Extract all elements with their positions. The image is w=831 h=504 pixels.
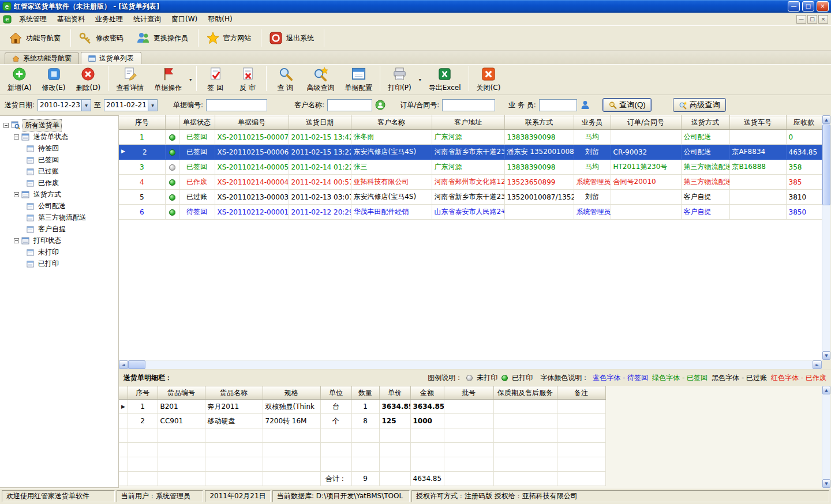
detail-row[interactable]: 2 CC901 移动硬盘 7200转 16M 个 8 125 1000: [119, 414, 605, 428]
menu-item[interactable]: 统计查询: [128, 13, 166, 26]
date-from-combo[interactable]: 2010-12-23 ▼: [38, 99, 91, 111]
menu-item[interactable]: 系统管理: [14, 13, 52, 26]
col-header-unit[interactable]: 单位: [320, 386, 351, 400]
document-actions-button[interactable]: 单据操作: [149, 65, 187, 95]
delivery-row[interactable]: ▶2 已签回 XS-20110215-00006 2011-02-15 13:2…: [119, 145, 822, 160]
combo-arrow-icon[interactable]: ▼: [148, 100, 157, 111]
scroll-left-icon[interactable]: ◄: [119, 360, 128, 369]
col-header-contact[interactable]: 联系方式: [504, 116, 574, 130]
col-header-date[interactable]: 送货日期: [289, 116, 351, 130]
delivery-row[interactable]: 5 已过账 XS-20110213-00003 2011-02-13 03:07…: [119, 190, 822, 205]
date-to-combo[interactable]: 2011-02-21 ▼: [104, 99, 158, 111]
query-button[interactable]: 查 询: [269, 66, 301, 93]
mdi-restore-button[interactable]: □: [807, 15, 817, 24]
detail-row[interactable]: [119, 443, 605, 457]
scrollbar-thumb[interactable]: [822, 125, 830, 205]
exit-system-button[interactable]: 退出系统: [264, 27, 321, 49]
col-header-warranty[interactable]: 保质期及售后服务: [493, 386, 557, 400]
detail-row[interactable]: 合计： 9 4634.85: [119, 472, 605, 486]
col-header-amount[interactable]: 应收款: [786, 116, 822, 130]
mdi-minimize-button[interactable]: —: [796, 15, 806, 24]
print-button[interactable]: 打印(P): [383, 65, 417, 95]
col-header-customer[interactable]: 客户名称: [351, 116, 432, 130]
menu-item[interactable]: 窗口(W): [166, 13, 203, 26]
reverse-audit-button[interactable]: 反 审: [231, 66, 264, 93]
tree-collapse-icon[interactable]: [14, 134, 19, 140]
combo-arrow-icon[interactable]: ▼: [81, 100, 91, 111]
restore-button[interactable]: □: [802, 1, 814, 12]
delivery-row[interactable]: 1 已签回 XS-20110215-00007 2011-02-15 13:42…: [119, 130, 822, 145]
customer-input[interactable]: [327, 99, 372, 111]
col-header-address[interactable]: 客户地址: [432, 116, 504, 130]
tree-collapse-icon[interactable]: [14, 192, 19, 197]
col-header-seq[interactable]: 序号: [128, 386, 158, 400]
official-website-button[interactable]: 官方网站: [201, 27, 259, 49]
document-config-button[interactable]: 单据配置: [339, 66, 377, 93]
view-details-button[interactable]: 查看详情: [111, 66, 149, 93]
salesman-input[interactable]: [539, 99, 577, 111]
col-header-note[interactable]: 备注: [557, 386, 605, 400]
col-header-batch[interactable]: 批号: [444, 386, 493, 400]
col-header-order-no[interactable]: 订单/合同号: [611, 116, 681, 130]
tree-leaf-item[interactable]: 公司配送: [0, 200, 118, 212]
detail-row[interactable]: [119, 428, 605, 443]
col-header-salesman[interactable]: 业务员: [574, 116, 611, 130]
scroll-up-icon[interactable]: ▲: [822, 386, 830, 394]
tab-delivery-list[interactable]: 送货单列表: [81, 52, 141, 64]
detail-row[interactable]: ▶ 1 B201 奔月2011 双核独显(Think 台 1 3634.85 3…: [119, 400, 605, 414]
customer-lookup-icon[interactable]: [375, 100, 385, 110]
switch-operator-button[interactable]: 更换操作员: [131, 27, 196, 49]
tree-collapse-icon[interactable]: [3, 123, 9, 128]
col-header-qty[interactable]: 数量: [351, 386, 379, 400]
col-header-method[interactable]: 送货方式: [681, 116, 729, 130]
tab-system-navigator[interactable]: 系统功能导航窗: [5, 52, 79, 64]
tree-group-delivery-status[interactable]: 送货单状态: [0, 131, 118, 142]
tree-leaf-item[interactable]: 未打印: [0, 246, 118, 258]
bill-no-input[interactable]: [206, 99, 267, 111]
close-view-button[interactable]: 关闭(C): [471, 66, 506, 93]
scroll-right-icon[interactable]: ►: [813, 360, 822, 369]
col-header-price[interactable]: 单价: [379, 386, 410, 400]
detail-row[interactable]: [119, 457, 605, 472]
tree-collapse-icon[interactable]: [14, 238, 19, 243]
scroll-down-icon[interactable]: ▼: [822, 479, 830, 488]
tree-leaf-item[interactable]: 待签回: [0, 142, 118, 154]
mdi-close-button[interactable]: ×: [818, 15, 828, 24]
delivery-horizontal-scrollbar[interactable]: ◄ ►: [119, 360, 831, 370]
minimize-button[interactable]: —: [788, 1, 800, 12]
delete-button[interactable]: 删除(D): [71, 66, 106, 93]
scroll-up-icon[interactable]: ▲: [822, 115, 830, 124]
add-button[interactable]: 新增(A): [2, 66, 37, 93]
tree-leaf-item[interactable]: 客户自提: [0, 223, 118, 235]
menu-item[interactable]: 基础资料: [52, 13, 90, 26]
delivery-row[interactable]: 6 待签回 XS-20110212-00001 2011-02-12 20:29…: [119, 205, 822, 220]
dropdown-arrow-icon[interactable]: ▾: [187, 77, 194, 82]
tree-leaf-item[interactable]: 已打印: [0, 258, 118, 269]
tree-leaf-item[interactable]: 已过账: [0, 166, 118, 177]
change-password-button[interactable]: 修改密码: [73, 27, 131, 49]
menu-item[interactable]: 业务处理: [90, 13, 128, 26]
tree-leaf-item[interactable]: 第三方物流配送: [0, 212, 118, 223]
sign-back-button[interactable]: 签 回: [199, 66, 231, 93]
col-header-print-dot[interactable]: [165, 116, 179, 130]
tree-leaf-item[interactable]: 已作废: [0, 177, 118, 189]
order-no-input[interactable]: [442, 99, 495, 111]
tree-group-print-status[interactable]: 打印状态: [0, 235, 118, 246]
col-header-amount[interactable]: 金额: [410, 386, 444, 400]
tree-group-delivery-method[interactable]: 送货方式: [0, 189, 118, 200]
tree-leaf-item[interactable]: 已签回: [0, 154, 118, 166]
nav-window-button[interactable]: 功能导航窗: [3, 27, 68, 49]
col-header-status[interactable]: 单据状态: [179, 116, 215, 130]
delivery-row[interactable]: 3 已签回 XS-20110214-00005 2011-02-14 01:22…: [119, 160, 822, 175]
close-button[interactable]: ×: [817, 1, 829, 12]
export-excel-button[interactable]: 导出Excel: [424, 66, 466, 93]
col-header-item-name[interactable]: 货品名称: [205, 386, 263, 400]
dropdown-arrow-icon[interactable]: ▾: [417, 77, 424, 82]
query-submit-button[interactable]: 查询(Q): [602, 98, 652, 112]
edit-button[interactable]: 修改(E): [37, 66, 71, 93]
scrollbar-thumb[interactable]: [128, 360, 145, 369]
tree-root-all-deliveries[interactable]: 所有送货单: [0, 119, 118, 131]
col-header-bill-no[interactable]: 单据编号: [215, 116, 289, 130]
salesman-lookup-icon[interactable]: [580, 100, 590, 110]
advanced-query-button[interactable]: 高级查询: [301, 66, 339, 93]
